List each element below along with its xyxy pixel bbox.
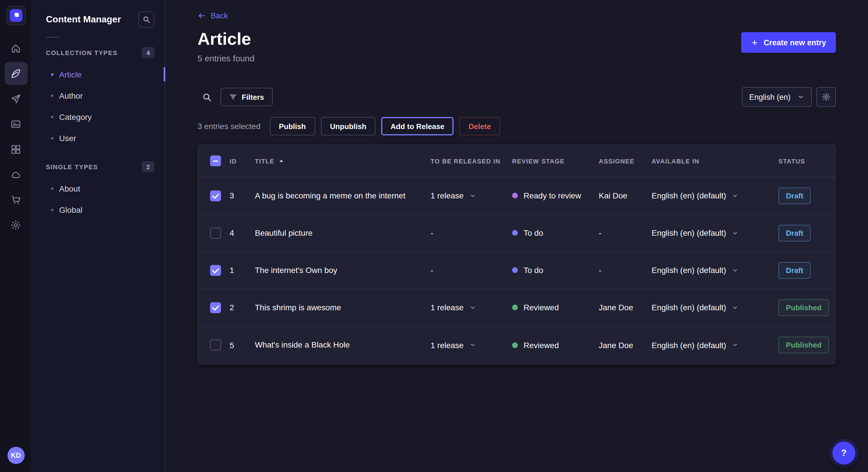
delete-button[interactable]: Delete (459, 117, 500, 135)
cell-available-in[interactable]: English (en) (default) (652, 340, 778, 349)
table-row[interactable]: 3 A bug is becoming a meme on the intern… (198, 177, 835, 214)
cell-release[interactable]: 1 release (431, 303, 512, 312)
search-button[interactable] (197, 88, 216, 106)
sidebar-item-label: Category (59, 112, 92, 121)
media-library-icon[interactable] (4, 112, 27, 135)
back-link[interactable]: Back (197, 11, 228, 20)
sidebar-item-category[interactable]: Category (32, 106, 165, 127)
cell-available-in[interactable]: English (en) (default) (652, 303, 778, 312)
content-type-builder-icon[interactable] (4, 138, 27, 161)
cell-review-stage: Reviewed (512, 303, 599, 312)
locale-selected-value: English (en) (749, 93, 790, 101)
review-stage-label: To do (524, 266, 544, 275)
cell-assignee: Kai Doe (599, 191, 652, 200)
cell-available-in[interactable]: English (en) (default) (652, 228, 778, 237)
status-badge: Draft (778, 225, 811, 241)
marketplace-icon[interactable] (4, 188, 27, 211)
cell-release[interactable]: 1 release (431, 340, 512, 349)
row-checkbox[interactable] (210, 339, 221, 350)
strapi-logo[interactable] (6, 6, 26, 25)
content-manager-icon[interactable] (4, 62, 27, 85)
sidebar-item-label: User (59, 133, 76, 142)
help-button[interactable]: ? (832, 442, 856, 465)
cell-release[interactable]: - (431, 228, 512, 237)
strapi-logo-mark (9, 9, 22, 22)
sidebar-item-article[interactable]: Article (32, 64, 165, 85)
status-badge: Draft (778, 187, 811, 204)
cell-release[interactable]: - (431, 266, 512, 275)
sidebar-divider (46, 37, 60, 38)
locale-label: English (en) (default) (652, 303, 726, 312)
view-settings-button[interactable] (816, 87, 836, 107)
settings-icon[interactable] (4, 213, 27, 236)
sidebar-item-about[interactable]: About (32, 178, 165, 199)
bullet-icon (51, 73, 53, 75)
create-new-entry-button[interactable]: Create new entry (741, 32, 836, 53)
sidebar-item-user[interactable]: User (32, 127, 165, 148)
column-header-title[interactable]: TITLE (255, 158, 431, 164)
main-content: Back Article 5 entries found Create new … (165, 0, 868, 472)
sidebar-search-button[interactable] (138, 11, 154, 28)
review-stage-dot (512, 230, 518, 236)
row-checkbox[interactable] (210, 302, 221, 313)
unpublish-button[interactable]: Unpublish (321, 117, 375, 135)
cell-id: 4 (229, 228, 255, 237)
table-row[interactable]: 1 The internet's Own boy - To do - Engli… (198, 252, 835, 289)
cell-status: Published (778, 299, 835, 316)
cell-title: A bug is becoming a meme on the internet (255, 177, 431, 214)
row-checkbox[interactable] (210, 190, 221, 201)
locale-label: English (en) (default) (652, 340, 726, 349)
table-row[interactable]: 4 Beautiful picture - To do - English (e… (198, 214, 835, 252)
section-label: SINGLE TYPES (46, 163, 98, 170)
table-row[interactable]: 5 What's inside a Black Hole 1 release R… (198, 326, 835, 364)
select-all-checkbox[interactable] (210, 156, 221, 166)
column-header-available-in: AVAILABLE IN (652, 158, 778, 164)
home-icon[interactable] (4, 37, 27, 60)
cloud-icon[interactable] (4, 163, 27, 186)
table-row[interactable]: 2 This shrimp is awesome 1 release Revie… (198, 289, 835, 326)
sidebar-item-global[interactable]: Global (32, 199, 165, 220)
row-checkbox[interactable] (210, 227, 221, 238)
chevron-down-icon (469, 304, 476, 310)
plus-icon (751, 39, 758, 46)
search-icon (143, 15, 150, 24)
cell-title: Beautiful picture (255, 214, 431, 251)
cell-assignee: - (599, 266, 652, 275)
chevron-down-icon (732, 230, 738, 236)
sidebar-title: Content Manager (46, 14, 121, 25)
bullet-icon (51, 187, 53, 190)
cell-title: The internet's Own boy (255, 251, 431, 289)
table-header-row: ID TITLE TO BE RELEASED IN REVIEW STAGE … (198, 145, 835, 177)
chevron-down-icon (469, 342, 476, 348)
sidebar-item-author[interactable]: Author (32, 85, 165, 106)
cell-review-stage: To do (512, 266, 599, 275)
filters-button[interactable]: Filters (220, 88, 273, 106)
section-count-badge: 4 (142, 47, 154, 58)
section-label: COLLECTION TYPES (46, 49, 117, 56)
entries-table: ID TITLE TO BE RELEASED IN REVIEW STAGE … (197, 144, 836, 364)
cell-review-stage: Ready to review (512, 191, 599, 200)
chevron-down-icon (732, 267, 738, 273)
cell-title: This shrimp is awesome (255, 289, 431, 326)
chevron-down-icon (797, 94, 804, 100)
row-checkbox[interactable] (210, 265, 221, 276)
review-stage-dot (512, 342, 518, 348)
column-header-id[interactable]: ID (229, 158, 255, 164)
cell-assignee: - (599, 228, 652, 237)
column-header-review-stage: REVIEW STAGE (512, 158, 599, 164)
releases-icon[interactable] (4, 87, 27, 110)
review-stage-dot (512, 267, 518, 273)
chevron-down-icon (732, 342, 738, 348)
publish-button[interactable]: Publish (270, 117, 315, 135)
cell-available-in[interactable]: English (en) (default) (652, 191, 778, 200)
locale-select[interactable]: English (en) (742, 87, 812, 107)
cell-id: 3 (229, 191, 255, 200)
arrow-left-icon (197, 11, 206, 20)
cell-release[interactable]: 1 release (431, 191, 512, 200)
status-badge: Draft (778, 262, 811, 278)
user-avatar[interactable]: KD (7, 447, 24, 464)
back-label: Back (211, 11, 228, 20)
cell-available-in[interactable]: English (en) (default) (652, 266, 778, 275)
add-to-release-button[interactable]: Add to Release (381, 117, 454, 135)
collection-types-section: COLLECTION TYPES 4 Article Author Catego… (32, 47, 165, 148)
